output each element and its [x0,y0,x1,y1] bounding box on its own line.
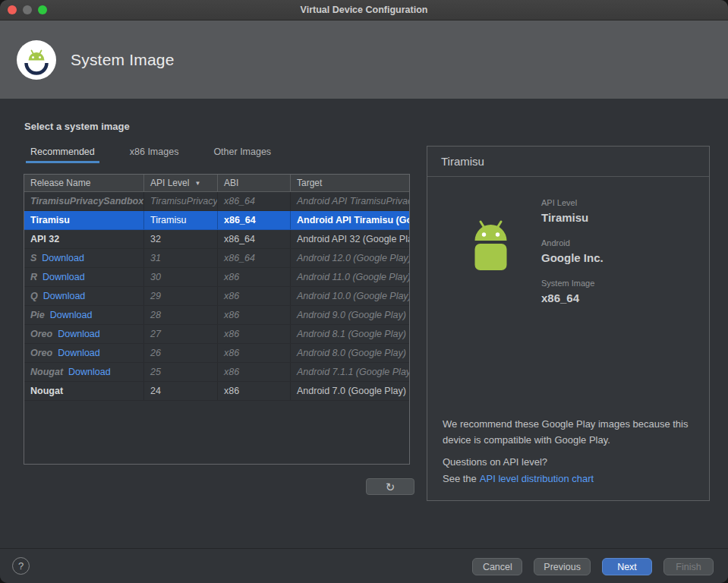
download-link[interactable]: Download [50,310,93,320]
target-cell: Android 8.1 (Google Play) [291,325,409,343]
download-link[interactable]: Download [58,348,100,358]
column-label: ABI [224,178,238,188]
api-question-text: Questions on API level? [443,456,547,468]
table-body: TiramisuPrivacySandboxTiramisuPrivacyx86… [24,192,409,401]
column-header-release-name[interactable]: Release Name [24,175,144,191]
page-title: System Image [71,51,175,69]
table-row[interactable]: OreoDownload27x86Android 8.1 (Google Pla… [24,325,409,344]
release-cell: NougatDownload [24,363,144,381]
api-level-cell: 32 [144,230,218,248]
release-name: Oreo [30,329,52,339]
cancel-button[interactable]: Cancel [472,558,522,575]
title-bar: Virtual Device Configuration [0,0,728,20]
tab-other-images[interactable]: Other Images [206,143,279,163]
release-name: R [30,272,37,282]
detail-field-system-image: System Imagex86_64 [541,279,604,304]
abi-cell: x86 [218,268,291,286]
refresh-icon: ↻ [386,481,396,493]
tab-recommended[interactable]: Recommended [23,143,102,163]
api-level-cell: 31 [144,249,218,267]
release-cell: OreoDownload [24,344,144,362]
column-header-abi[interactable]: ABI [218,175,291,191]
detail-value: Tiramisu [541,211,604,224]
abi-cell: x86_64 [218,211,291,229]
target-cell: Android 7.1.1 (Google Play [291,363,409,381]
download-link[interactable]: Download [68,367,111,377]
release-name: Tiramisu [30,215,70,225]
recommendation-text: We recommend these Google Play images be… [443,417,708,449]
api-level-cell: 29 [144,287,218,305]
android-robot-logo [455,216,527,282]
table-row[interactable]: NougatDownload25x86Android 7.1.1 (Google… [24,363,409,382]
tab-bar: Recommendedx86 ImagesOther Images [23,143,298,163]
detail-value: Google Inc. [541,251,604,264]
download-link[interactable]: Download [43,291,86,301]
download-link[interactable]: Download [42,253,84,263]
api-level-cell: 28 [144,306,218,324]
detail-field-android: AndroidGoogle Inc. [541,238,604,264]
sort-desc-icon: ▼ [194,180,200,187]
abi-cell: x86_64 [218,192,291,210]
target-cell: Android API TiramisuPrivac [291,192,409,210]
release-name: S [30,253,36,263]
target-cell: Android 7.0 (Google Play) [291,382,409,400]
footer-buttons: CancelPreviousNextFinish [472,558,714,575]
target-cell: Android API 32 (Google Pla [291,230,409,248]
target-cell: Android API Tiramisu (Goo [291,211,409,229]
next-button[interactable]: Next [602,558,652,575]
table-row[interactable]: RDownload30x86Android 11.0 (Google Play) [24,268,409,287]
table-row[interactable]: QDownload29x86Android 10.0 (Google Play) [24,287,409,306]
table-row[interactable]: API 3232x86_64Android API 32 (Google Pla [24,230,409,249]
release-name: Oreo [30,348,52,358]
target-cell: Android 8.0 (Google Play) [291,344,409,362]
column-header-api-level[interactable]: API Level▼ [144,175,218,191]
table-row[interactable]: SDownload31x86_64Android 12.0 (Google Pl… [24,249,409,268]
table-row[interactable]: PieDownload28x86Android 9.0 (Google Play… [24,306,409,325]
column-label: Target [297,178,322,188]
release-cell: Nougat [24,382,144,400]
api-level-cell: 30 [144,268,218,286]
column-label: API Level [150,178,189,188]
section-title: Select a system image [24,121,130,132]
release-name: Nougat [30,386,63,396]
release-name: TiramisuPrivacySandbox [30,196,143,206]
api-distribution-chart-link[interactable]: API level distribution chart [480,473,594,484]
target-cell: Android 10.0 (Google Play) [291,287,409,305]
release-name: Pie [30,310,45,320]
target-cell: Android 11.0 (Google Play) [291,268,409,286]
detail-field-api-level: API LevelTiramisu [541,198,604,224]
table-row[interactable]: TiramisuTiramisux86_64Android API Tirami… [24,211,409,230]
column-header-target[interactable]: Target [291,175,409,191]
content-area: Select a system image Recommendedx86 Ima… [0,99,728,548]
details-panel: Tiramisu API LevelTiramisuAndroidGoogle … [427,146,710,501]
finish-button: Finish [663,558,714,575]
download-link[interactable]: Download [58,329,100,339]
refresh-button[interactable]: ↻ [366,478,414,495]
release-name: API 32 [30,234,59,244]
detail-label: Android [541,238,604,247]
target-cell: Android 12.0 (Google Play) [291,249,409,267]
table-row[interactable]: OreoDownload26x86Android 8.0 (Google Pla… [24,344,409,363]
api-link-line: See theAPI level distribution chart [443,473,594,484]
abi-cell: x86 [218,382,291,400]
link-prefix: See the [443,473,477,484]
table-row[interactable]: Nougat24x86Android 7.0 (Google Play) [24,382,409,401]
download-link[interactable]: Download [43,272,85,282]
abi-cell: x86 [218,363,291,381]
release-name: Nougat [30,367,63,377]
help-button[interactable]: ? [12,557,30,575]
table-row[interactable]: TiramisuPrivacySandboxTiramisuPrivacyx86… [24,192,409,211]
tab-x86-images[interactable]: x86 Images [122,143,187,163]
virtual-device-configuration-dialog: Virtual Device Configuration System Imag… [0,0,728,583]
release-cell: RDownload [24,268,144,286]
abi-cell: x86 [218,344,291,362]
details-title: Tiramisu [427,147,709,177]
abi-cell: x86_64 [218,249,291,267]
close-window-button[interactable] [8,5,17,14]
api-level-cell: 25 [144,363,218,381]
detail-value: x86_64 [541,292,604,304]
abi-cell: x86 [218,287,291,305]
previous-button[interactable]: Previous [534,558,591,575]
zoom-window-button[interactable] [38,5,47,14]
abi-cell: x86 [218,325,291,343]
